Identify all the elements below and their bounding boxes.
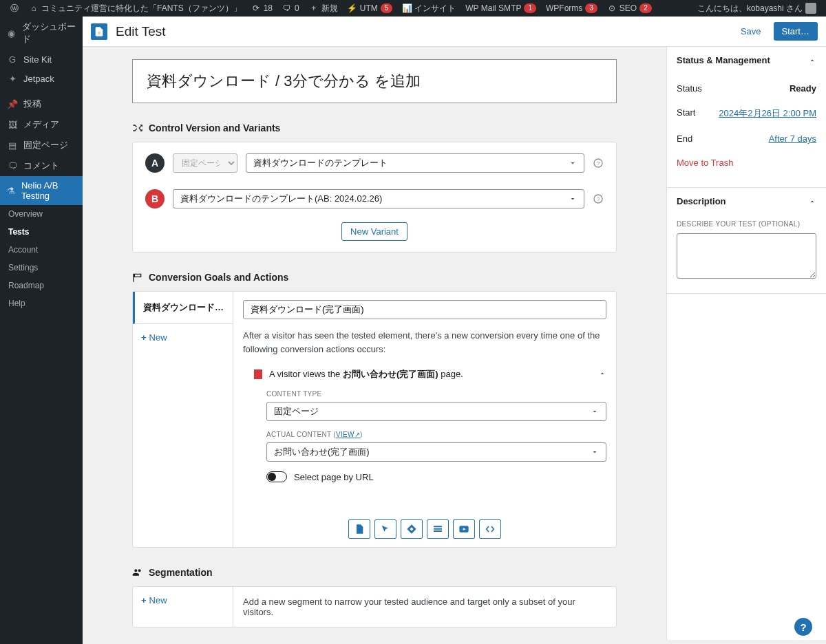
users-icon xyxy=(132,567,143,578)
wpmail-item[interactable]: WP Mail SMTP1 xyxy=(461,0,540,17)
view-link[interactable]: VIEW↗ xyxy=(336,431,360,438)
new-variant-button[interactable]: New Variant xyxy=(341,222,407,241)
sidebar-sub-roadmap[interactable]: Roadmap xyxy=(0,277,83,294)
start-button[interactable]: Start… xyxy=(774,22,818,41)
user-greeting[interactable]: こんにちは、kobayashi さん xyxy=(693,0,820,17)
action-type-form[interactable] xyxy=(427,519,449,539)
variant-a-type-select[interactable]: 固定ページ xyxy=(173,153,237,173)
sidebar-sub-tests[interactable]: Tests xyxy=(0,223,83,241)
wp-logo[interactable]: ⓦ xyxy=(6,0,23,17)
sidebar-media[interactable]: 🖼メディア xyxy=(0,114,83,135)
goals-heading: Conversion Goals and Actions xyxy=(132,272,617,283)
editor-header: Edit Test Save Start… xyxy=(83,17,826,47)
chevron-down-icon xyxy=(591,448,599,456)
wpforms-item[interactable]: WPForms3 xyxy=(542,0,602,17)
variant-a-row: A 固定ページ 資料ダウンロードのテンプレート ? xyxy=(145,153,604,173)
sidebar-sitekit[interactable]: GSite Kit xyxy=(0,50,83,69)
status-panel-header[interactable]: Status & Management xyxy=(667,47,826,74)
sidebar-sub-settings[interactable]: Settings xyxy=(0,259,83,277)
editor-title: Edit Test xyxy=(116,24,166,39)
end-date-label: End xyxy=(677,133,692,144)
chevron-down-icon xyxy=(569,195,577,203)
status-label: Status xyxy=(677,83,702,94)
goal-add-button[interactable]: + New xyxy=(133,324,233,351)
utm-item[interactable]: ⚡UTM5 xyxy=(343,0,397,17)
pin-icon: 📌 xyxy=(7,98,18,109)
site-name[interactable]: ⌂コミュニティ運営に特化した「FANTS（ファンツ）」 xyxy=(25,0,246,17)
admin-sidebar: ◉ダッシュボード GSite Kit ✦Jetpack 📌投稿 🖼メディア ▤固… xyxy=(0,17,83,640)
start-date-link[interactable]: 2024年2月26日 2:00 PM xyxy=(719,107,816,120)
variant-a-content-select[interactable]: 資料ダウンロードのテンプレート xyxy=(246,153,584,173)
sidebar-comments[interactable]: 🗨コメント xyxy=(0,155,83,176)
help-fab-button[interactable]: ? xyxy=(794,618,812,636)
new-content[interactable]: +新規 xyxy=(305,0,342,17)
sidebar-jetpack[interactable]: ✦Jetpack xyxy=(0,69,83,88)
editor-logo-icon[interactable] xyxy=(91,23,107,40)
actual-content-label: ACTUAL CONTENT (VIEW↗) xyxy=(266,431,606,438)
actual-content-select[interactable]: お問い合わせ(完了画面) xyxy=(266,442,606,462)
save-button[interactable]: Save xyxy=(734,22,768,41)
action-type-custom[interactable] xyxy=(479,519,501,539)
goal-description: After a visitor has seen the tested elem… xyxy=(243,329,606,356)
variant-a-badge: A xyxy=(145,153,165,173)
description-textarea[interactable] xyxy=(677,233,816,279)
segmentation-heading: Segmentation xyxy=(132,567,617,578)
action-type-external[interactable] xyxy=(401,519,423,539)
segmentation-card: + New Add a new segment to narrow your t… xyxy=(132,586,617,627)
description-panel-header[interactable]: Description xyxy=(667,188,826,215)
sidebar-sub-account[interactable]: Account xyxy=(0,241,83,259)
segment-add-button[interactable]: + New xyxy=(133,587,233,614)
svg-text:?: ? xyxy=(597,196,600,202)
chevron-up-icon xyxy=(808,56,816,65)
variant-b-row: B 資料ダウンロードのテンプレート(AB: 2024.02.26) ? xyxy=(145,189,604,208)
sidebar-nelio[interactable]: ⚗Nelio A/B Testing xyxy=(0,176,83,205)
dashboard-icon: ◉ xyxy=(7,28,17,39)
help-icon[interactable]: ? xyxy=(593,193,604,204)
url-toggle[interactable] xyxy=(266,471,287,482)
chevron-up-icon xyxy=(808,197,816,206)
action-type-page[interactable] xyxy=(348,519,370,539)
seo-item[interactable]: ⊙SEO2 xyxy=(603,0,656,17)
variant-b-content-select[interactable]: 資料ダウンロードのテンプレート(AB: 2024.02.26) xyxy=(173,189,584,208)
jetpack-icon: ✦ xyxy=(7,73,18,84)
sidebar-sub-overview[interactable]: Overview xyxy=(0,205,83,223)
plus-icon: + xyxy=(141,332,147,343)
settings-panel: Status & Management Status Ready Start 2… xyxy=(666,47,826,640)
goals-tabs: 資料ダウンロード(完… + New xyxy=(133,292,233,547)
description-label: DESCRIBE YOUR TEST (OPTIONAL) xyxy=(677,220,816,228)
content-type-label: CONTENT TYPE xyxy=(266,390,606,398)
sidebar-posts[interactable]: 📌投稿 xyxy=(0,94,83,114)
action-type-video[interactable] xyxy=(453,519,475,539)
test-title-input[interactable] xyxy=(147,72,602,90)
variant-b-badge: B xyxy=(145,189,165,208)
action-text-bold: お問い合わせ(完了画面) xyxy=(343,369,438,379)
chevron-up-icon xyxy=(598,369,606,380)
action-text-prefix: A visitor views the xyxy=(269,369,343,379)
shuffle-icon xyxy=(132,122,143,133)
page-view-icon xyxy=(254,369,262,379)
action-header[interactable]: A visitor views the お問い合わせ(完了画面) page. xyxy=(254,368,606,380)
help-icon[interactable]: ? xyxy=(593,158,604,169)
comments-count[interactable]: 🗨0 xyxy=(278,0,304,17)
page-icon: ▤ xyxy=(7,140,18,151)
move-to-trash-link[interactable]: Move to Trash xyxy=(677,151,816,175)
goal-name-input[interactable] xyxy=(243,300,606,319)
content-type-select[interactable]: 固定ページ xyxy=(266,402,606,421)
sidebar-dashboard[interactable]: ◉ダッシュボード xyxy=(0,17,83,50)
status-value: Ready xyxy=(790,83,816,94)
sidebar-sub-help[interactable]: Help xyxy=(0,294,83,312)
goal-tab-1[interactable]: 資料ダウンロード(完… xyxy=(133,292,233,324)
sitekit-icon: G xyxy=(7,54,18,65)
end-date-link[interactable]: After 7 days xyxy=(769,133,816,144)
flag-icon xyxy=(132,272,143,283)
admin-bar: ⓦ ⌂コミュニティ運営に特化した「FANTS（ファンツ）」 ⟳18 🗨0 +新規… xyxy=(0,0,826,17)
comment-icon: 🗨 xyxy=(7,160,18,171)
variants-card: A 固定ページ 資料ダウンロードのテンプレート ? B 資料ダウンロ xyxy=(132,142,617,253)
chevron-down-icon xyxy=(591,407,599,416)
url-toggle-label: Select page by URL xyxy=(294,472,374,482)
action-type-click[interactable] xyxy=(374,519,396,539)
media-icon: 🖼 xyxy=(7,119,18,130)
insights-item[interactable]: 📊インサイト xyxy=(398,0,460,17)
sidebar-pages[interactable]: ▤固定ページ xyxy=(0,135,83,155)
updates[interactable]: ⟳18 xyxy=(247,0,277,17)
